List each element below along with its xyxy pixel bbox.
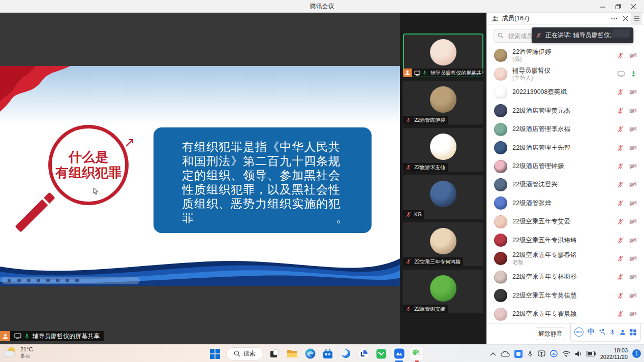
member-name: 22级酒管沈登兴: [512, 181, 617, 188]
member-status-icons: [617, 255, 637, 262]
video-thumbnail[interactable]: KG: [403, 175, 483, 219]
video-thumbnail[interactable]: 22酒管陈伊婷: [403, 81, 483, 124]
taskbar-search-box[interactable]: 搜索: [226, 347, 263, 360]
definition-text: 有组织犯罪是指《中华人民共和国刑法》第二百九十四条规定的组织、领导、参加黑社会性…: [182, 140, 341, 224]
member-row[interactable]: 22级酒店管理钟嫒: [487, 157, 644, 175]
screen-share-icon: [14, 333, 21, 339]
camera-off-icon: [629, 256, 637, 261]
clock-widget[interactable]: 18:03 2022/11/20: [600, 347, 628, 360]
member-avatar: [494, 86, 507, 99]
member-row[interactable]: 22酒管陈伊婷 (我): [487, 46, 644, 64]
member-row[interactable]: 22级空乘五年专艾爱: [487, 213, 644, 231]
panel-more-button[interactable]: [608, 14, 620, 24]
notification-indicator: [415, 360, 419, 362]
panel-menu-button[interactable]: [631, 13, 642, 24]
mic-muted-icon: [617, 311, 624, 317]
tray-date: 2022/11/20: [600, 354, 628, 360]
mic-muted-icon: [406, 164, 411, 170]
members-icon: [492, 16, 499, 22]
magnifier-graphic: 什么是 有组织犯罪: [48, 125, 129, 205]
member-name: 22级空乘五年专廖春铭: [512, 251, 617, 259]
mic-muted-icon: [617, 163, 624, 170]
tray-language-icon[interactable]: [538, 350, 545, 357]
restore-button[interactable]: [610, 0, 626, 13]
tray-mic-icon[interactable]: [527, 350, 533, 357]
member-name: 22级酒店管理钟嫒: [512, 162, 617, 170]
notification-badge[interactable]: 1: [632, 349, 641, 358]
tray-chevron-up-icon[interactable]: [490, 352, 496, 356]
taskbar-weather-widget[interactable]: 21°C 多云: [4, 346, 33, 359]
camera-off-icon: [629, 201, 637, 206]
wifi-icon[interactable]: [562, 351, 570, 357]
onedrive-icon[interactable]: [501, 351, 510, 357]
microsoft-store-button[interactable]: [321, 347, 334, 360]
participant-avatar: [430, 134, 456, 160]
more-icon: [611, 18, 618, 20]
member-status-icons: [617, 89, 637, 95]
ime-mic-icon[interactable]: [609, 329, 616, 336]
mail-app-button[interactable]: [375, 347, 388, 360]
member-status-icons: [617, 237, 637, 244]
member-status-icons: [617, 200, 637, 207]
member-row[interactable]: 22级空乘五年专洪玮玮: [487, 231, 644, 249]
member-row[interactable]: 22级酒店管理王先智: [487, 139, 644, 157]
file-explorer-button[interactable]: [286, 347, 299, 360]
presenter-label-text: 辅导员廖哲仪的屏幕共享: [33, 332, 100, 341]
presenter-toolbar[interactable]: [2, 277, 140, 284]
ime-tray-icon[interactable]: [514, 350, 523, 358]
member-row[interactable]: 22级空乘五年专廖春铭 老板: [487, 249, 644, 268]
member-avatar: [494, 160, 507, 173]
browser-app-button[interactable]: [339, 347, 352, 360]
member-name: 22级空乘五年专洪玮玮: [512, 237, 617, 244]
member-name: 22级空乘五年专莫佳慧: [512, 292, 617, 300]
mic-muted-icon: [617, 52, 624, 59]
task-view-button[interactable]: [268, 347, 281, 360]
mic-muted-icon: [406, 259, 411, 265]
video-thumbnail[interactable]: 22旅管谢安娜: [403, 270, 483, 313]
video-thumbnail[interactable]: 22空乘三年专何鸿嫆: [403, 222, 483, 266]
tray-meeting-icon[interactable]: [550, 350, 558, 357]
mouse-cursor: [93, 188, 99, 195]
member-row[interactable]: 22级空乘五年专翟晨颖: [487, 305, 644, 323]
magnifier-handle: [15, 192, 55, 232]
member-avatar: [494, 196, 507, 210]
video-thumbnail-strip: 辅导员廖哲仪的屏幕共享 22酒管陈伊婷 22旅游宋玉仙 KG 22空乘三年专何鸿…: [400, 13, 486, 344]
battery-icon[interactable]: [587, 351, 596, 356]
member-row[interactable]: 2022139008蔡奕斌: [487, 83, 644, 102]
video-thumbnail[interactable]: 22旅游宋玉仙: [403, 128, 483, 172]
ime-user-icon[interactable]: [620, 329, 626, 336]
wechat-app-button[interactable]: [410, 347, 423, 360]
member-row[interactable]: 22级空乘五年专莫佳慧: [487, 286, 644, 305]
member-row[interactable]: 22级酒管沈登兴: [487, 176, 644, 194]
ime-language-toggle[interactable]: 中: [588, 327, 595, 337]
screen-share-view[interactable]: 什么是 有组织犯罪 有组织犯罪是指《中华人民共和国刑法》第二百九十四条规定的组织…: [0, 13, 400, 344]
tencent-meeting-app-button[interactable]: [392, 347, 406, 360]
member-row[interactable]: 22级酒管张烨: [487, 194, 644, 212]
member-row[interactable]: 22级酒店管理黄元杰: [487, 102, 644, 120]
swirl-browser-icon: [341, 348, 351, 359]
volume-icon[interactable]: [575, 351, 582, 357]
member-name: 2022139008蔡奕斌: [512, 88, 617, 96]
weather-condition: 多云: [20, 353, 33, 359]
voice-dots-icon[interactable]: [599, 328, 606, 336]
participant-avatar: [430, 228, 456, 254]
panel-close-button[interactable]: [620, 14, 631, 24]
ime-grid-icon[interactable]: [630, 329, 636, 336]
video-thumbnail[interactable]: 辅导员廖哲仪的屏幕共享: [403, 34, 483, 77]
edge-icon: [305, 348, 316, 359]
mic-muted-icon: [617, 145, 624, 151]
ifly-logo-icon[interactable]: iFLY: [574, 327, 584, 337]
members-panel-header: 成员(167): [487, 13, 644, 25]
close-icon: [631, 4, 636, 9]
close-button[interactable]: [626, 0, 641, 13]
minimize-button[interactable]: [595, 0, 610, 13]
edge-browser-button[interactable]: [303, 347, 317, 360]
start-button[interactable]: [208, 347, 222, 360]
member-row[interactable]: 辅导员廖哲仪 (主持人): [487, 64, 644, 83]
participant-avatar: [430, 275, 456, 302]
member-row[interactable]: 22级酒店管理李永福: [487, 120, 644, 139]
participant-name: 22空乘三年专何鸿嫆: [414, 258, 461, 266]
member-row[interactable]: 22级空乘五年专林羽杉: [487, 268, 644, 286]
lenovo-app-button[interactable]: [357, 347, 370, 360]
unmute-button[interactable]: 解除静音: [536, 327, 565, 340]
